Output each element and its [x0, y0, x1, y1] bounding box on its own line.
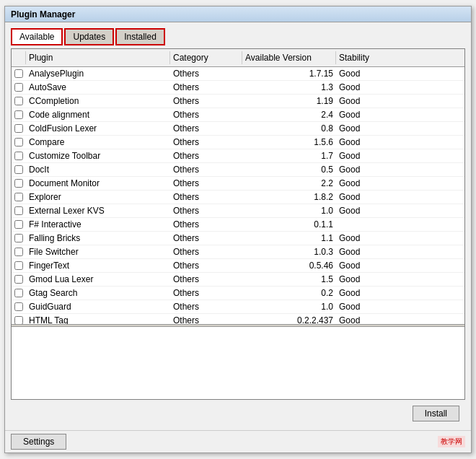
- table-header: Plugin Category Available Version Stabil…: [12, 49, 464, 67]
- row-plugin-name: DocIt: [26, 163, 170, 176]
- row-stability: Good: [336, 67, 394, 80]
- table-row: Document Monitor Others 2.2 Good: [12, 177, 464, 191]
- install-button[interactable]: Install: [413, 406, 459, 421]
- row-checkbox-1[interactable]: [14, 83, 23, 92]
- tab-available[interactable]: Available: [11, 28, 63, 45]
- row-category: Others: [170, 191, 242, 204]
- row-stability: Good: [336, 300, 394, 313]
- table-row: Explorer Others 1.8.2 Good: [12, 191, 464, 204]
- row-stability: Good: [336, 314, 394, 324]
- row-category: Others: [170, 108, 242, 121]
- row-plugin-name: ColdFusion Lexer: [26, 122, 170, 135]
- row-plugin-name: Gmod Lua Lexer: [26, 273, 170, 286]
- row-checkbox-15[interactable]: [14, 275, 23, 284]
- row-checkbox-17[interactable]: [14, 302, 23, 311]
- row-plugin-name: File Switcher: [26, 245, 170, 258]
- window-title: Plugin Manager: [11, 9, 75, 19]
- row-checkbox-cell: [12, 246, 26, 258]
- tab-updates[interactable]: Updates: [64, 28, 114, 45]
- row-checkbox-9[interactable]: [14, 193, 23, 201]
- row-category: Others: [170, 259, 242, 272]
- row-stability: Good: [336, 245, 394, 258]
- lower-scroll[interactable]: [12, 327, 464, 399]
- row-version: 1.1: [242, 232, 336, 245]
- row-stability: Good: [336, 273, 394, 286]
- row-checkbox-8[interactable]: [14, 179, 23, 188]
- row-checkbox-10[interactable]: [14, 206, 23, 215]
- plugin-manager-window: Plugin Manager Available Updates Install…: [4, 6, 472, 453]
- row-version: 1.0.3: [242, 245, 336, 258]
- row-checkbox-cell: [12, 136, 26, 148]
- header-category: Category: [170, 51, 242, 64]
- table-row: ColdFusion Lexer Others 0.8 Good: [12, 122, 464, 136]
- row-stability: Good: [336, 191, 394, 204]
- row-stability: Good: [336, 232, 394, 245]
- row-version: 1.7.15: [242, 67, 336, 80]
- header-version: Available Version: [242, 51, 336, 64]
- row-checkbox-0[interactable]: [14, 69, 23, 78]
- row-category: Others: [170, 204, 242, 217]
- row-checkbox-cell: [12, 123, 26, 134]
- row-stability: Good: [336, 163, 394, 176]
- row-checkbox-12[interactable]: [14, 234, 23, 242]
- row-stability: Good: [336, 287, 394, 300]
- split-container: Plugin Category Available Version Stabil…: [11, 48, 465, 400]
- row-checkbox-7[interactable]: [14, 165, 23, 174]
- header-stability: Stability: [336, 51, 394, 64]
- table-row: AutoSave Others 1.3 Good: [12, 81, 464, 95]
- row-checkbox-cell: [12, 150, 26, 162]
- row-category: Others: [170, 245, 242, 258]
- row-plugin-name: FingerText: [26, 259, 170, 272]
- row-stability: Good: [336, 177, 394, 190]
- table-body: AnalysePlugin Others 1.7.15 Good AutoSav…: [12, 67, 464, 324]
- row-category: Others: [170, 314, 242, 324]
- row-category: Others: [170, 300, 242, 313]
- row-checkbox-cell: [12, 205, 26, 217]
- row-plugin-name: CCompletion: [26, 95, 170, 108]
- settings-button[interactable]: Settings: [11, 434, 66, 450]
- table-row: Customize Toolbar Others 1.7 Good: [12, 149, 464, 163]
- row-checkbox-cell: [12, 95, 26, 107]
- footer: Settings 教学网: [5, 430, 471, 453]
- row-checkbox-11[interactable]: [14, 220, 23, 229]
- row-plugin-name: GuidGuard: [26, 300, 170, 313]
- row-checkbox-cell: [12, 301, 26, 312]
- row-stability: Good: [336, 81, 394, 94]
- table-row: Code alignment Others 2.4 Good: [12, 108, 464, 122]
- row-plugin-name: AutoSave: [26, 81, 170, 94]
- row-checkbox-cell: [12, 191, 26, 203]
- row-version: 1.19: [242, 95, 336, 108]
- table-row: File Switcher Others 1.0.3 Good: [12, 245, 464, 259]
- header-plugin: Plugin: [26, 51, 170, 64]
- table-row: Gtag Search Others 0.2 Good: [12, 287, 464, 300]
- row-checkbox-2[interactable]: [14, 97, 23, 105]
- table-scroll[interactable]: AnalysePlugin Others 1.7.15 Good AutoSav…: [12, 67, 464, 324]
- row-checkbox-16[interactable]: [14, 289, 23, 297]
- row-checkbox-5[interactable]: [14, 138, 23, 147]
- row-checkbox-18[interactable]: [14, 316, 23, 324]
- row-checkbox-cell: [12, 274, 26, 285]
- row-checkbox-3[interactable]: [14, 110, 23, 119]
- tab-installed[interactable]: Installed: [115, 28, 165, 45]
- table-row: Falling Bricks Others 1.1 Good: [12, 232, 464, 245]
- row-checkbox-6[interactable]: [14, 152, 23, 160]
- row-checkbox-cell: [12, 232, 26, 244]
- row-checkbox-cell: [12, 109, 26, 121]
- row-stability: Good: [336, 204, 394, 217]
- table-row: HTML Tag Others 0.2.2.437 Good: [12, 314, 464, 324]
- row-category: Others: [170, 95, 242, 108]
- row-checkbox-cell: [12, 82, 26, 93]
- row-stability: Good: [336, 259, 394, 272]
- row-plugin-name: Customize Toolbar: [26, 149, 170, 162]
- row-checkbox-13[interactable]: [14, 248, 23, 256]
- row-plugin-name: External Lexer KVS: [26, 204, 170, 217]
- row-checkbox-14[interactable]: [14, 261, 23, 270]
- row-category: Others: [170, 232, 242, 245]
- row-checkbox-4[interactable]: [14, 124, 23, 133]
- row-version: 2.4: [242, 108, 336, 121]
- table-row: CCompletion Others 1.19 Good: [12, 95, 464, 108]
- title-bar: Plugin Manager: [5, 6, 471, 22]
- row-checkbox-cell: [12, 68, 26, 79]
- row-version: 1.3: [242, 81, 336, 94]
- bottom-bar: Install: [11, 400, 465, 424]
